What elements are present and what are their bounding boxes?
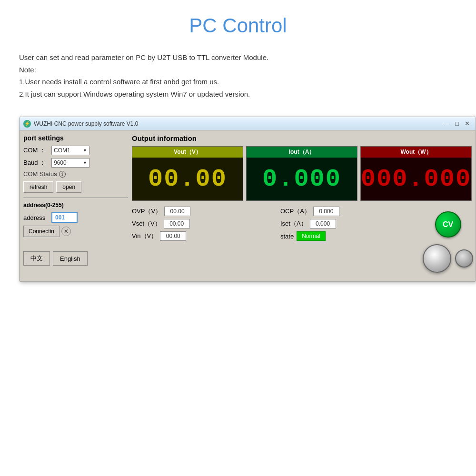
english-lang-button[interactable]: English (53, 251, 88, 266)
desc-line-3: 1.User needs install a control software … (19, 78, 219, 86)
wout-display: Wout（W） 000.000 (360, 146, 472, 201)
com-arrow: ▼ (83, 148, 87, 153)
desc-line-2: Note: (19, 66, 36, 74)
connecting-button[interactable]: Connectin (23, 226, 60, 237)
com-status-label: COM Status (23, 170, 57, 178)
iout-header: Iout（A） (247, 147, 357, 158)
state-value: Normal (297, 231, 326, 241)
wout-header: Wout（W） (361, 147, 471, 158)
port-settings-title: port settings (23, 134, 128, 142)
com-status-row: COM Status ℹ (23, 170, 128, 178)
vin-row: Vin（V） 00.00 (132, 231, 271, 241)
iout-screen: 0.000 (247, 158, 357, 200)
desc-line-4: 2.It just can support Windows operating … (19, 90, 250, 98)
address-section-title: address(0-255) (23, 202, 128, 208)
wout-value: 000.000 (361, 165, 471, 193)
left-panel: port settings COM ： COM1 ▼ Baud ： 9600 ▼… (23, 134, 128, 278)
vout-header: Vout（V） (132, 147, 243, 158)
language-buttons: 中文 English (23, 251, 128, 266)
open-button[interactable]: open (56, 181, 81, 193)
window-title: WUZHI CNC power supply software V1.0 (34, 120, 138, 127)
iset-row: Iset（A） 0.000 (280, 219, 419, 228)
info-area: OVP（V） 00.00 OCP（A） 0.000 Vset（V） 00.00 (132, 207, 472, 278)
vout-value: 00.00 (148, 165, 227, 193)
vset-row: Vset（V） 00.00 (132, 219, 271, 228)
minimize-button[interactable]: — (441, 120, 451, 127)
connecting-close-icon[interactable]: ✕ (61, 227, 71, 236)
iout-value: 0.000 (262, 165, 341, 193)
titlebar: ⚡ WUZHI CNC power supply software V1.0 —… (20, 117, 476, 130)
restore-button[interactable]: □ (453, 120, 461, 127)
info-grid: OVP（V） 00.00 OCP（A） 0.000 Vset（V） 00.00 (132, 207, 419, 241)
app-body: port settings COM ： COM1 ▼ Baud ： 9600 ▼… (20, 130, 476, 281)
iset-label: Iset（A） (280, 219, 307, 228)
iset-value: 0.000 (310, 219, 336, 228)
window-controls[interactable]: — □ ✕ (441, 120, 472, 127)
output-info-title: Output information (132, 134, 472, 142)
vout-screen: 00.00 (132, 158, 243, 200)
com-value: COM1 (54, 147, 70, 154)
vout-display: Vout（V） 00.00 (132, 146, 243, 201)
vin-label: Vin（V） (132, 232, 157, 240)
vset-label: Vset（V） (132, 219, 161, 228)
ocp-row: OCP（A） 0.000 (280, 207, 419, 216)
cv-indicator: CV (435, 211, 461, 238)
action-buttons: refresh open (23, 181, 128, 193)
info-grid-col: OVP（V） 00.00 OCP（A） 0.000 Vset（V） 00.00 (132, 207, 419, 278)
com-label: COM ： (23, 146, 50, 155)
com-field-row: COM ： COM1 ▼ (23, 146, 128, 155)
baud-arrow: ▼ (83, 160, 87, 165)
cv-column: CV (424, 207, 472, 278)
com-select[interactable]: COM1 ▼ (51, 146, 89, 155)
address-field-row: address (23, 212, 128, 223)
state-row: state Normal (280, 231, 419, 241)
vset-value: 00.00 (164, 219, 190, 228)
knobs-row (423, 244, 473, 273)
ovp-value: 00.00 (164, 207, 190, 216)
displays-row: Vout（V） 00.00 Iout（A） 0.000 Wout（W） (132, 146, 472, 201)
description: User can set and read parameter on PC by… (19, 51, 457, 100)
vin-value: 00.00 (160, 231, 186, 241)
ocp-label: OCP（A） (280, 207, 310, 216)
software-window: ⚡ WUZHI CNC power supply software V1.0 —… (19, 117, 476, 282)
chinese-lang-button[interactable]: 中文 (23, 251, 50, 266)
refresh-button[interactable]: refresh (23, 181, 53, 193)
iout-display: Iout（A） 0.000 (246, 146, 357, 201)
baud-value: 9600 (54, 159, 67, 166)
baud-field-row: Baud ： 9600 ▼ (23, 158, 128, 168)
address-label: address (23, 214, 50, 221)
ovp-row: OVP（V） 00.00 (132, 207, 271, 216)
close-button[interactable]: ✕ (463, 120, 472, 127)
knob-small[interactable] (455, 249, 473, 268)
ocp-value: 0.000 (313, 207, 339, 216)
state-label: state (280, 233, 294, 240)
ovp-label: OVP（V） (132, 207, 161, 216)
baud-select[interactable]: 9600 ▼ (51, 158, 89, 168)
app-icon: ⚡ (23, 120, 31, 128)
desc-line-1: User can set and read parameter on PC by… (19, 53, 268, 61)
knob-large[interactable] (423, 244, 451, 273)
wout-screen: 000.000 (361, 158, 471, 200)
com-status-info-icon: ℹ (59, 171, 66, 178)
right-panel: Output information Vout（V） 00.00 Iout（A）… (132, 134, 472, 278)
divider-1 (23, 198, 128, 198)
page-title: PC Control (19, 14, 457, 37)
address-input[interactable] (51, 212, 78, 223)
connecting-row: Connectin ✕ (23, 226, 128, 237)
baud-label: Baud ： (23, 159, 50, 167)
address-section: address(0-255) address Connectin ✕ (23, 202, 128, 237)
title-left: ⚡ WUZHI CNC power supply software V1.0 (23, 120, 138, 128)
